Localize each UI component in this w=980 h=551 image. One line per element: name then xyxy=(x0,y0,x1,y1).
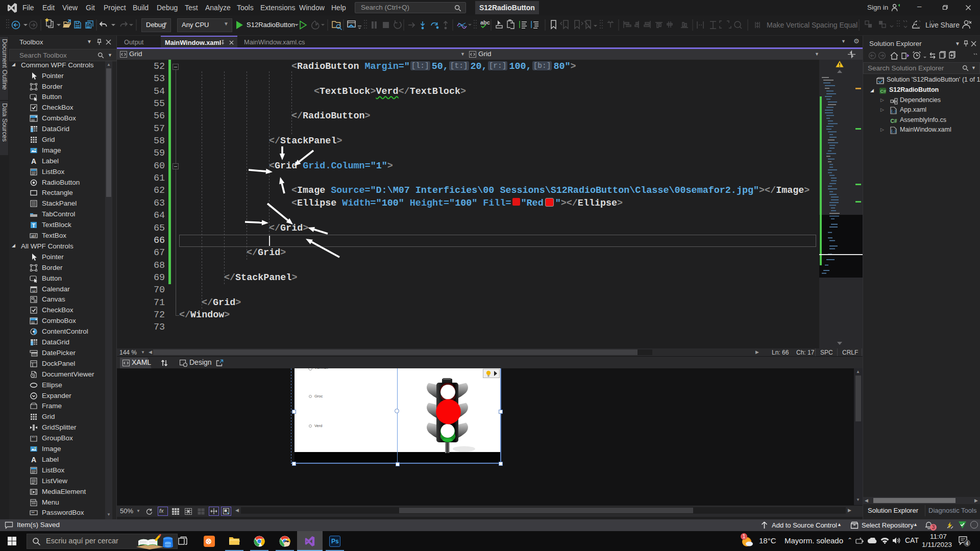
svg-text:C#: C# xyxy=(880,89,886,94)
svg-text:C#: C# xyxy=(891,118,897,124)
svg-text:{..}: {..} xyxy=(891,109,896,113)
svg-text:abc: abc xyxy=(480,19,490,26)
svg-text:{..}: {..} xyxy=(891,129,896,133)
